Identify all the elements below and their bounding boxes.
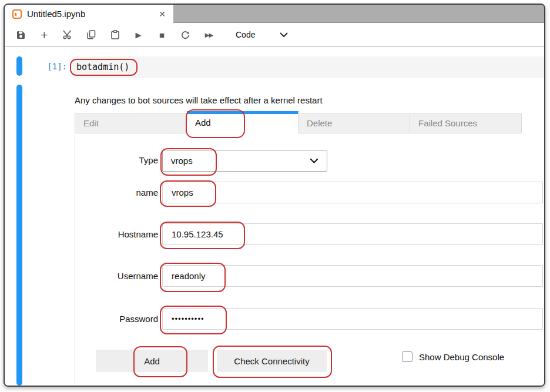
notebook-tab-title: Untitled5.ipynb [27,9,85,19]
run-cell-icon[interactable]: ▶ [133,30,143,40]
add-button[interactable]: Add [96,350,208,372]
check-connectivity-button[interactable]: Check Connectivity [217,350,327,372]
save-icon[interactable] [16,31,26,39]
hostname-input[interactable] [162,223,543,245]
show-debug-console-row: Show Debug Console [402,351,504,362]
tab-delete[interactable]: Delete [299,113,410,133]
annotation-code: botadmin() [70,59,138,76]
username-input[interactable] [162,265,543,287]
password-label: Password [75,314,158,324]
username-label: Username [75,271,158,281]
password-input[interactable] [162,308,543,330]
cell-type-dropdown[interactable]: Code [236,30,288,39]
add-source-form: Type vrops name Hostname Username Passwo… [75,133,544,387]
kernel-restart-message: Any changes to bot sources will take eff… [75,95,544,106]
tab-edit[interactable]: Edit [75,113,187,133]
stop-kernel-icon[interactable]: ■ [157,30,167,40]
hostname-label: Hostname [75,229,158,239]
widget-tabbar: Edit Add Delete Failed Sources [75,111,522,133]
output-cell: Any changes to bot sources will take eff… [5,85,544,387]
name-input[interactable] [162,182,543,203]
restart-kernel-icon[interactable] [180,31,190,39]
restart-run-all-icon[interactable]: ▶▶ [204,30,214,40]
notebook-toolbar: + ▶ ■ ▶▶ [5,23,544,47]
cut-icon[interactable] [63,30,73,39]
execution-count: [1]: [22,56,67,71]
cell-type-value: Code [236,30,255,39]
name-label: name [75,187,158,197]
document-tabbar: Untitled5.ipynb ✕ [5,5,544,23]
type-label: Type [75,155,158,165]
notebook-panel: [1]: botadmin() Any changes to bot sourc… [5,47,544,386]
tab-failed-sources[interactable]: Failed Sources [410,113,522,133]
show-debug-console-checkbox[interactable] [402,351,412,362]
code-editor[interactable]: botadmin() [72,56,544,78]
paste-icon[interactable] [110,30,120,39]
cell-collapser[interactable] [16,56,22,76]
notebook-icon [12,9,22,19]
chevron-down-icon [280,30,288,39]
add-cell-icon[interactable]: + [39,31,49,39]
tab-add[interactable]: Add [187,111,299,133]
notebook-tab[interactable]: Untitled5.ipynb ✕ [5,5,173,23]
close-tab-icon[interactable]: ✕ [159,9,166,19]
jupyterlab-window: Untitled5.ipynb ✕ + [4,4,545,387]
chevron-down-icon [310,156,318,166]
output-content: Any changes to bot sources will take eff… [75,85,544,387]
type-dropdown-value: vrops [171,156,310,166]
output-collapser[interactable] [16,85,22,386]
copy-icon[interactable] [86,30,96,39]
code-text: botadmin() [76,62,129,72]
code-cell: [1]: botadmin() [5,56,544,78]
show-debug-console-label: Show Debug Console [419,352,504,362]
type-dropdown[interactable]: vrops [162,150,327,172]
